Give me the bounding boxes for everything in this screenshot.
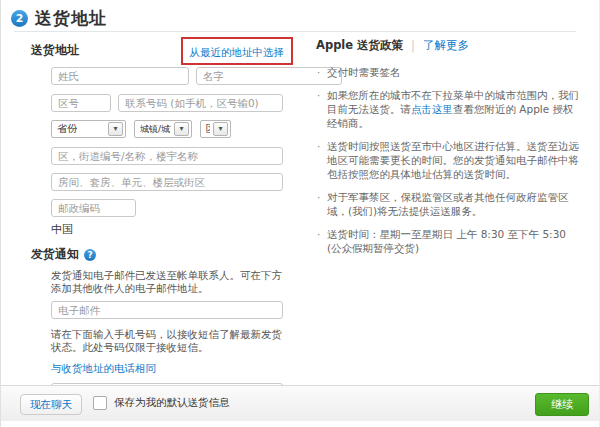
chevron-down-icon: ▾ xyxy=(213,122,228,136)
save-default-label: 保存为我的默认送货信息 xyxy=(114,396,230,410)
email-input[interactable] xyxy=(51,301,283,319)
help-icon[interactable]: ? xyxy=(84,249,96,261)
policy-bullet-text: 送货时间按照送货至市中心地区进行估算。送货至边远地区可能需要更长的时间。您的发货… xyxy=(327,140,579,180)
province-select-value: 省份 xyxy=(57,122,77,136)
street-input[interactable] xyxy=(51,147,283,165)
save-default-checkbox[interactable] xyxy=(93,396,107,410)
shipment-notification-section: 发货通知 ? xyxy=(31,246,283,263)
policy-bullet-text: 送货时间：星期一至星期日 上午 8:30 至下午 5:30 (公众假期暂停交货) xyxy=(327,228,566,254)
policy-title: Apple 送货政策 xyxy=(316,38,403,53)
header-divider xyxy=(14,31,576,32)
chevron-down-icon: ▾ xyxy=(174,122,189,136)
province-select[interactable]: 省份 ▾ xyxy=(51,120,126,138)
policy-bullet: 如果您所在的城市不在下拉菜单中的城市范围内，我们目前无法送货。请点击这里查看您附… xyxy=(316,88,580,130)
policy-bullet-text: 对于军事禁区，保税监管区或者其他任何政府监管区域，(我们)将无法提供运送服务。 xyxy=(327,191,569,217)
page-title: 送货地址 xyxy=(35,7,107,30)
chat-now-button[interactable]: 现在聊天 xyxy=(20,394,82,415)
annotation-highlight: 从最近的地址中选择 xyxy=(181,37,294,65)
policy-bullet: 交付时需要签名 xyxy=(316,65,580,79)
city-select-value: 城镇/城市 xyxy=(140,123,171,136)
area-code-input[interactable] xyxy=(51,94,111,112)
same-phone-link[interactable]: 与收货地址的电话相同 xyxy=(51,362,156,374)
shipment-notification-label: 发货通知 xyxy=(31,246,79,263)
continue-button[interactable]: 继续 xyxy=(535,393,589,416)
sms-note: 请在下面输入手机号码，以接收短信了解最新发货状态。此处号码仅限于接收短信。 xyxy=(51,328,283,354)
district-select-value: 区 xyxy=(206,122,210,136)
policy-separator: | xyxy=(411,39,415,53)
reseller-link[interactable]: 点击这里 xyxy=(411,103,453,115)
policy-bullet-text: 交付时需要签名 xyxy=(327,66,401,78)
shipping-form: 送货地址 从最近的地址中选择 省份 ▾ 城镇/城市 ▾ 区 ▾ xyxy=(31,38,283,401)
district-select[interactable]: 区 ▾ xyxy=(200,120,231,138)
policy-bullet-list: 交付时需要签名 如果您所在的城市不在下拉菜单中的城市范围内，我们目前无法送货。请… xyxy=(316,65,580,255)
step-number-icon: 2 xyxy=(11,10,28,27)
save-default-option[interactable]: 保存为我的默认送货信息 xyxy=(93,396,230,410)
chevron-down-icon: ▾ xyxy=(108,122,123,136)
last-name-input[interactable] xyxy=(51,67,189,85)
shipping-address-label: 送货地址 xyxy=(31,38,79,59)
city-select[interactable]: 城镇/城市 ▾ xyxy=(134,120,192,138)
policy-bullet: 对于军事禁区，保税监管区或者其他任何政府监管区域，(我们)将无法提供运送服务。 xyxy=(316,190,580,218)
shipping-policy-panel: Apple 送货政策 | 了解更多 交付时需要签名 如果您所在的城市不在下拉菜单… xyxy=(316,38,580,264)
recent-address-link[interactable]: 从最近的地址中选择 xyxy=(190,46,285,58)
learn-more-link[interactable]: 了解更多 xyxy=(423,38,469,53)
footer-bar: 现在聊天 保存为我的默认送货信息 继续 xyxy=(1,385,600,421)
page-header: 2 送货地址 xyxy=(11,7,107,30)
policy-bullet: 送货时间：星期一至星期日 上午 8:30 至下午 5:30 (公众假期暂停交货) xyxy=(316,227,580,255)
postal-code-input[interactable] xyxy=(51,199,136,217)
contact-number-input[interactable] xyxy=(118,94,283,112)
country-label: 中国 xyxy=(51,222,283,237)
email-note: 发货通知电子邮件已发送至帐单联系人。可在下方添加其他收件人的电子邮件地址。 xyxy=(51,269,283,295)
checkout-shipping-page: 2 送货地址 送货地址 从最近的地址中选择 省份 ▾ 城镇/城市 ▾ xyxy=(0,0,600,427)
unit-input[interactable] xyxy=(51,173,283,191)
policy-bullet: 送货时间按照送货至市中心地区进行估算。送货至边远地区可能需要更长的时间。您的发货… xyxy=(316,139,580,181)
